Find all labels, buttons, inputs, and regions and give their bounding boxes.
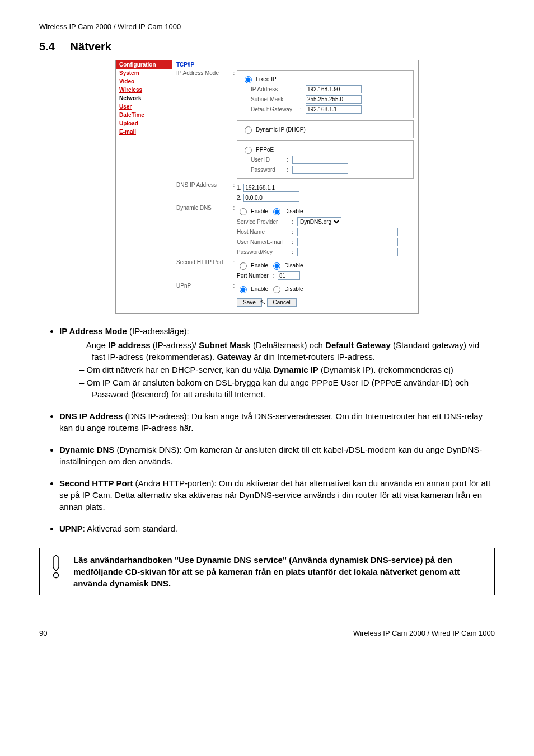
upnp-disable-label: Disable bbox=[284, 286, 303, 292]
list-item-upnp: UPNP: Aktiverad som standard. bbox=[59, 523, 495, 534]
list-item-dyndns: Dynamic DNS (Dynamisk DNS): Om kameran ä… bbox=[59, 444, 495, 467]
ip-address-input[interactable] bbox=[306, 85, 362, 93]
upnp-disable-radio[interactable] bbox=[273, 286, 280, 293]
page-footer: 90 Wireless IP Cam 2000 / Wired IP Cam 1… bbox=[39, 629, 495, 637]
pppoe-radio[interactable] bbox=[245, 147, 252, 154]
section-title-text: Nätverk bbox=[71, 40, 111, 53]
http-enable-label: Enable bbox=[251, 262, 268, 269]
dns1-input[interactable] bbox=[243, 184, 299, 192]
page-number: 90 bbox=[39, 629, 47, 637]
list-item-ipmode: IP Address Mode (IP-adressläge): Ange IP… bbox=[59, 325, 495, 400]
svg-point-0 bbox=[54, 573, 59, 578]
password-key-label: Password/Key bbox=[237, 249, 289, 255]
sidebar-title: Configuration bbox=[116, 60, 172, 69]
fixed-ip-box: Fixed IP IP Address: Subnet Mask: Defaul… bbox=[237, 70, 414, 118]
upnp-heading: UPNP bbox=[59, 524, 83, 533]
sidebar-item-upload[interactable]: Upload bbox=[116, 119, 172, 128]
fixed-ip-radio[interactable] bbox=[245, 76, 252, 83]
sidebar-item-video[interactable]: Video bbox=[116, 77, 172, 86]
second-http-label: Second HTTP Port bbox=[176, 259, 231, 265]
footer-right: Wireless IP Cam 2000 / Wired IP Cam 1000 bbox=[353, 629, 495, 637]
pppoe-box: PPPoE User ID: Password: bbox=[237, 140, 414, 179]
username-email-label: User Name/E-mail bbox=[237, 239, 289, 245]
http-enable-radio[interactable] bbox=[240, 262, 247, 270]
pppoe-password-input[interactable] bbox=[292, 166, 348, 174]
section-heading: 5.4 Nätverk bbox=[39, 40, 495, 53]
dns-label: DNS IP Address bbox=[176, 182, 231, 188]
sidebar-item-datetime[interactable]: DateTime bbox=[116, 111, 172, 119]
dhcp-box: Dynamic IP (DHCP) bbox=[237, 120, 414, 138]
main-bullet-list: IP Address Mode (IP-adressläge): Ange IP… bbox=[39, 325, 495, 534]
upnp-enable-radio[interactable] bbox=[240, 286, 247, 293]
http-disable-label: Disable bbox=[284, 262, 303, 269]
dns2-num: 2. bbox=[237, 195, 241, 201]
config-sidebar: Configuration System Video Wireless Netw… bbox=[116, 60, 172, 313]
config-main: TCP/IP IP Address Mode : Fixed IP IP Add… bbox=[172, 60, 418, 313]
upnp-text: : Aktiverad som standard. bbox=[83, 524, 177, 533]
port-number-label: Port Number bbox=[237, 273, 269, 279]
list-item-dns: DNS IP Address (DNS IP-adress): Du kan a… bbox=[59, 410, 495, 434]
userid-label: User ID bbox=[251, 157, 284, 163]
hostname-label: Host Name bbox=[237, 229, 289, 235]
service-provider-label: Service Provider bbox=[237, 219, 289, 225]
save-button[interactable]: Save bbox=[237, 298, 262, 307]
hostname-input[interactable] bbox=[297, 228, 398, 236]
dns-heading: DNS IP Address bbox=[59, 411, 123, 421]
pppoe-label: PPPoE bbox=[256, 147, 274, 153]
gateway-input[interactable] bbox=[306, 105, 362, 114]
sidebar-item-network[interactable]: Network bbox=[116, 94, 172, 102]
list-item-http: Second HTTP Port (Andra HTTP-porten): Om… bbox=[59, 477, 495, 513]
upnp-enable-label: Enable bbox=[251, 286, 268, 292]
cancel-button[interactable]: Cancel bbox=[267, 298, 297, 307]
http-disable-radio[interactable] bbox=[273, 262, 280, 270]
port-number-input[interactable] bbox=[278, 271, 300, 280]
sub-item-3: Om IP Cam är ansluten bakom en DSL-brygg… bbox=[79, 377, 495, 400]
username-email-input[interactable] bbox=[297, 238, 398, 246]
userid-input[interactable] bbox=[292, 156, 348, 164]
password-key-input[interactable] bbox=[297, 248, 398, 256]
gateway-label: Default Gateway bbox=[251, 106, 298, 112]
cursor-icon: ↖ bbox=[259, 298, 266, 307]
exclamation-icon bbox=[46, 554, 65, 580]
dns2-input[interactable] bbox=[243, 194, 299, 202]
sidebar-item-system[interactable]: System bbox=[116, 69, 172, 77]
note-box: Läs användarhandboken "Use Dynamic DNS s… bbox=[39, 548, 495, 595]
ip-address-label: IP Address bbox=[251, 86, 298, 92]
sub-item-1: Ange IP address (IP-adress)/ Subnet Mask… bbox=[79, 339, 495, 363]
dns1-num: 1. bbox=[237, 185, 241, 191]
sidebar-item-wireless[interactable]: Wireless bbox=[116, 86, 172, 94]
subnet-input[interactable] bbox=[306, 95, 362, 104]
dhcp-label: Dynamic IP (DHCP) bbox=[256, 126, 306, 133]
ip-mode-label: IP Address Mode bbox=[176, 70, 231, 76]
dhcp-radio[interactable] bbox=[245, 126, 252, 134]
page-header: Wireless IP Cam 2000 / Wired IP Cam 1000 bbox=[39, 22, 495, 32]
sidebar-item-user[interactable]: User bbox=[116, 102, 172, 111]
dyn-text: (Dynamisk DNS): Om kameran är ansluten d… bbox=[59, 445, 482, 466]
dyndns-enable-label: Enable bbox=[251, 208, 268, 214]
dns-text: (DNS IP-adress): Du kan ange två DNS-ser… bbox=[59, 411, 483, 433]
note-text: Läs användarhandboken "Use Dynamic DNS s… bbox=[73, 554, 488, 589]
http-heading: Second HTTP Port bbox=[59, 478, 133, 488]
dyn-heading: Dynamic DNS bbox=[59, 445, 114, 454]
upnp-label: UPnP bbox=[176, 283, 231, 289]
dyndns-disable-label: Disable bbox=[284, 208, 303, 214]
dyndns-enable-radio[interactable] bbox=[240, 208, 247, 215]
pppoe-password-label: Password bbox=[251, 167, 284, 173]
sub-item-2: Om ditt nätverk har en DHCP-server, kan … bbox=[79, 364, 495, 375]
ip-mode-trans: (IP-adressläge): bbox=[129, 326, 189, 336]
ip-mode-heading: IP Address Mode bbox=[59, 326, 127, 336]
dyndns-disable-radio[interactable] bbox=[273, 208, 280, 215]
service-provider-select[interactable]: DynDNS.org bbox=[297, 217, 341, 226]
fixed-ip-label: Fixed IP bbox=[256, 76, 277, 82]
sidebar-item-email[interactable]: E-mail bbox=[116, 128, 172, 136]
dyndns-label: Dynamic DNS bbox=[176, 205, 231, 211]
subnet-label: Subnet Mask bbox=[251, 96, 298, 102]
section-number: 5.4 bbox=[39, 40, 67, 53]
tcp-ip-title: TCP/IP bbox=[176, 60, 414, 69]
config-screenshot: Configuration System Video Wireless Netw… bbox=[115, 60, 419, 314]
